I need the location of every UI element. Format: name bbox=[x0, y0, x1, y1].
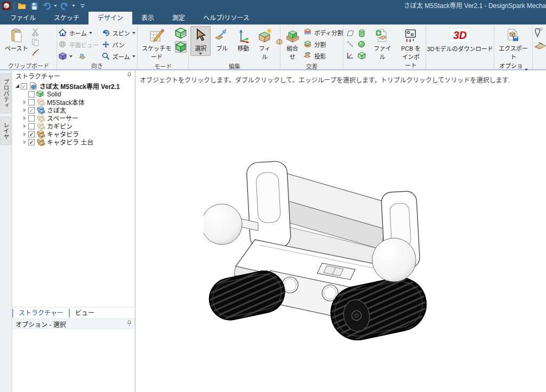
cube-view-dropdown-icon[interactable] bbox=[69, 55, 73, 58]
insert-file-button[interactable]: ファイル bbox=[370, 26, 395, 62]
tree-item[interactable]: ✓さぼ太 bbox=[12, 106, 135, 114]
plan-view-icon bbox=[59, 40, 67, 49]
bottom-tab-structure[interactable]: ストラクチャー bbox=[12, 309, 69, 317]
spin-button[interactable]: スピン bbox=[102, 28, 135, 38]
options-panel-header: オプション - 選択 bbox=[12, 318, 135, 329]
group-label-mode: モード bbox=[139, 62, 187, 70]
comp-blue-icon bbox=[36, 106, 45, 114]
bottom-tab-view[interactable]: ビュー bbox=[69, 309, 100, 317]
tab-design[interactable]: デザイン bbox=[89, 12, 132, 24]
pcb-import-button[interactable]: PCB をインポート bbox=[398, 26, 424, 70]
zoom-button[interactable]: ズーム bbox=[102, 51, 135, 61]
cut-icon[interactable] bbox=[31, 28, 40, 37]
format-painter-icon[interactable] bbox=[31, 48, 40, 57]
pin-icon[interactable] bbox=[127, 72, 132, 79]
select-dropdown-icon[interactable] bbox=[199, 53, 202, 55]
tree-expander-icon[interactable] bbox=[22, 100, 28, 104]
app-cube-icon[interactable] bbox=[2, 1, 11, 11]
solid-mode-icon[interactable] bbox=[175, 41, 187, 53]
tab-help-resources[interactable]: ヘルプ/リソース bbox=[194, 12, 259, 24]
ribbon-group-orientation: ホーム 平面ビュー bbox=[57, 26, 138, 69]
left-tread[interactable] bbox=[206, 267, 288, 324]
visibility-checkbox[interactable]: ✓ bbox=[28, 139, 35, 145]
visibility-checkbox[interactable] bbox=[28, 123, 35, 129]
home-dropdown-icon[interactable] bbox=[89, 32, 92, 34]
redo-icon[interactable] bbox=[60, 1, 69, 11]
design-canvas[interactable]: オブジェクトをクリックします。ダブルクリックして、エッジループを選択します。トリ… bbox=[135, 70, 546, 392]
tracked-robot-3d-model[interactable] bbox=[204, 159, 433, 348]
home-view-button[interactable]: ホーム bbox=[59, 28, 99, 38]
redo-dropdown-icon[interactable] bbox=[72, 5, 75, 7]
3d-download-button[interactable]: 3D 3Dモデルのダウンロード bbox=[424, 26, 496, 55]
spin-dropdown-icon[interactable] bbox=[132, 32, 135, 34]
move-button[interactable]: 移動 bbox=[233, 26, 253, 53]
tree-item[interactable]: Solid bbox=[12, 90, 135, 98]
tree-item[interactable]: M5Stack本体 bbox=[12, 98, 135, 106]
tree-item-label[interactable]: キャタピラ 土台 bbox=[47, 137, 93, 146]
pull-icon bbox=[214, 28, 229, 43]
right-ball-joint[interactable] bbox=[372, 238, 416, 282]
tab-sketch[interactable]: スケッチ bbox=[45, 12, 89, 24]
tree-item-label[interactable]: Solid bbox=[47, 91, 61, 98]
visibility-checkbox[interactable]: ✓ bbox=[28, 131, 35, 137]
sketch-mode-button[interactable]: スケッチモード bbox=[139, 26, 174, 62]
split-body-button[interactable]: ボディ分割 bbox=[303, 27, 343, 37]
undo-dropdown-icon[interactable] bbox=[54, 5, 57, 7]
select-button[interactable]: 選択 bbox=[190, 26, 211, 56]
tab-view[interactable]: 表示 bbox=[132, 12, 163, 24]
tree-item[interactable]: ✓さぼ太 M5Stack専用 Ver2.1 bbox=[12, 82, 135, 90]
cylinder-icon[interactable] bbox=[356, 28, 367, 38]
sphere-icon[interactable] bbox=[356, 39, 367, 50]
side-tab-layers[interactable]: レイヤ bbox=[1, 117, 11, 145]
tree-item[interactable]: スペーサー bbox=[12, 114, 135, 122]
tab-file[interactable]: ファイル bbox=[1, 12, 45, 24]
visibility-checkbox[interactable] bbox=[28, 115, 35, 121]
save-icon[interactable] bbox=[29, 1, 39, 11]
combine-button[interactable]: 組合せ bbox=[282, 26, 302, 62]
line-icon[interactable] bbox=[345, 39, 356, 50]
side-tab-properties[interactable]: プロパティ bbox=[1, 74, 11, 113]
pin-icon[interactable] bbox=[127, 320, 132, 328]
pan-button[interactable]: パン bbox=[102, 39, 135, 50]
pull-button[interactable]: プル bbox=[212, 26, 232, 53]
project-button[interactable]: 投影 bbox=[303, 51, 343, 61]
tree-item[interactable]: カギピン bbox=[12, 122, 135, 130]
paste-button[interactable]: ペースト bbox=[2, 26, 30, 53]
visibility-checkbox[interactable]: ✓ bbox=[21, 83, 27, 89]
plan-view-button[interactable]: 平面ビュー bbox=[59, 39, 99, 50]
axis-icon[interactable] bbox=[345, 50, 356, 61]
tree-expander-icon[interactable] bbox=[22, 140, 28, 144]
shell-icon[interactable] bbox=[356, 50, 367, 61]
view-style-icon[interactable] bbox=[78, 52, 86, 61]
tree-item[interactable]: ✓キャタピラ 土台 bbox=[12, 138, 135, 146]
fill-button[interactable]: フィル bbox=[254, 26, 275, 62]
copy-icon[interactable] bbox=[31, 38, 40, 47]
calipers-icon[interactable] bbox=[534, 28, 546, 38]
tree-expander-icon[interactable] bbox=[14, 84, 20, 88]
comp-faded-icon bbox=[36, 114, 45, 122]
visibility-checkbox[interactable] bbox=[28, 99, 35, 105]
open-folder-icon[interactable] bbox=[17, 1, 27, 11]
tree-expander-icon[interactable] bbox=[22, 116, 28, 120]
visibility-checkbox[interactable]: ✓ bbox=[28, 107, 35, 113]
customize-toolbar-icon[interactable] bbox=[78, 1, 87, 11]
tree-item-label[interactable]: さぼ太 M5Stack専用 Ver2.1 bbox=[39, 81, 120, 91]
move-icon bbox=[236, 28, 251, 43]
split-body-label: ボディ分割 bbox=[314, 28, 343, 37]
tree-expander-icon[interactable] bbox=[22, 132, 28, 136]
plane-icon[interactable] bbox=[345, 28, 356, 38]
visibility-checkbox[interactable] bbox=[28, 91, 35, 97]
zoom-dropdown-icon[interactable] bbox=[132, 55, 135, 58]
view-cube-button[interactable] bbox=[59, 51, 99, 61]
ruler-icon[interactable] bbox=[534, 42, 546, 51]
project-label: 投影 bbox=[314, 52, 326, 60]
tab-measure[interactable]: 測定 bbox=[163, 12, 194, 24]
undo-icon[interactable] bbox=[42, 1, 51, 11]
split-button[interactable]: 分割 bbox=[303, 39, 343, 49]
tree-item[interactable]: ✓キャタピラ bbox=[12, 130, 135, 138]
pcb-import-icon bbox=[404, 28, 419, 43]
section-mode-icon[interactable] bbox=[175, 27, 187, 39]
tree-expander-icon[interactable] bbox=[22, 124, 28, 128]
workspace: プロパティ レイヤ ストラクチャー ✓さぼ太 M5Stack専用 Ver2.1S… bbox=[0, 70, 546, 392]
tree-expander-icon[interactable] bbox=[22, 108, 28, 112]
